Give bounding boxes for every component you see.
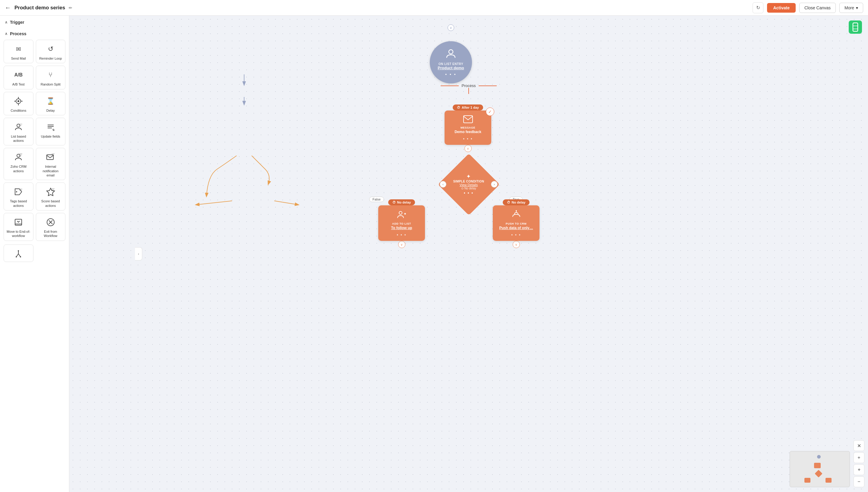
zoom-close-button[interactable]: ✕ bbox=[853, 440, 864, 451]
trigger-section-label: Trigger bbox=[10, 20, 24, 25]
edit-title-icon[interactable]: ✏ bbox=[69, 5, 72, 10]
svg-rect-15 bbox=[19, 156, 21, 156]
sidebar-item-random-split[interactable]: ⑂ Random Split bbox=[36, 66, 66, 89]
process-block: Process bbox=[439, 83, 499, 94]
zoom-reset-button[interactable]: ⌖ bbox=[853, 464, 864, 475]
condition-delay-label: ⊙ No delay bbox=[453, 187, 484, 190]
trigger-name-link[interactable]: Product demo bbox=[438, 66, 464, 70]
condition-block: ‹ › ✦ Simple Condition View Details ⊙ No… bbox=[439, 160, 499, 208]
false-node-dots: • • • bbox=[397, 232, 406, 237]
score-based-label: Score based actions bbox=[39, 199, 63, 208]
sidebar-item-ab-test[interactable]: A/B A/B Test bbox=[4, 66, 33, 89]
tags-based-icon bbox=[13, 187, 24, 197]
sidebar-item-exit-workflow[interactable]: Exit from Workflow bbox=[36, 213, 66, 241]
svg-point-42 bbox=[449, 50, 453, 54]
svg-rect-20 bbox=[19, 189, 22, 189]
condition-view-details-link[interactable]: View Details bbox=[453, 183, 484, 187]
svg-rect-22 bbox=[51, 189, 54, 189]
message-expand-button[interactable]: ∨ bbox=[465, 145, 472, 152]
false-list-icon bbox=[397, 210, 406, 221]
more-button[interactable]: More ▾ bbox=[839, 3, 863, 13]
condition-node[interactable]: ‹ › ✦ Simple Condition View Details ⊙ No… bbox=[439, 160, 499, 208]
svg-rect-8 bbox=[19, 125, 22, 126]
trigger-expand-button[interactable]: ∨ bbox=[448, 24, 454, 31]
trigger-node-circle[interactable]: ON LIST ENTRY Product demo • • • bbox=[430, 41, 472, 83]
trigger-node[interactable]: ON LIST ENTRY Product demo • • • ∨ bbox=[448, 25, 454, 31]
sidebar-item-reminder-loop[interactable]: ↺ Reminder Loop bbox=[36, 40, 66, 63]
fork-icon bbox=[13, 248, 24, 259]
svg-point-6 bbox=[17, 124, 20, 127]
sidebar-item-move-end[interactable]: Move to End-of-workflow bbox=[4, 213, 33, 241]
sidebar-item-score-based[interactable]: Score based actions bbox=[36, 182, 66, 211]
sidebar-trigger-header[interactable]: ∧ Trigger bbox=[0, 16, 69, 27]
svg-point-33 bbox=[16, 256, 17, 257]
condition-type-label: Simple Condition bbox=[453, 180, 484, 183]
sidebar-process-header[interactable]: ∧ Process bbox=[0, 27, 69, 39]
back-button[interactable]: ← bbox=[5, 4, 11, 11]
true-node-dots: • • • bbox=[511, 232, 521, 237]
tags-based-label: Tags based actions bbox=[6, 199, 31, 208]
zoom-controls: ✕ + ⌖ − bbox=[853, 440, 864, 487]
workflow-canvas[interactable]: ‹ bbox=[69, 16, 868, 492]
reminder-loop-label: Reminder Loop bbox=[39, 56, 62, 60]
false-delay-badge[interactable]: ⏱ No delay bbox=[388, 199, 415, 205]
svg-point-12 bbox=[17, 154, 20, 157]
sidebar-collapse-button[interactable]: ‹ bbox=[135, 247, 142, 261]
process-connector-line bbox=[468, 88, 469, 94]
true-delay-icon: ⏱ bbox=[507, 200, 510, 204]
sidebar-single-item-row bbox=[4, 245, 65, 262]
trigger-person-icon bbox=[445, 48, 456, 61]
message-check-badge: ✓ bbox=[486, 107, 494, 116]
svg-point-48 bbox=[516, 210, 517, 212]
false-expand-button[interactable]: ∨ bbox=[398, 241, 405, 248]
process-chevron-icon: ∧ bbox=[5, 32, 7, 36]
update-fields-label: Update fields bbox=[41, 134, 60, 139]
svg-point-1 bbox=[18, 100, 19, 102]
zoho-crm-label: Zoho CRM actions bbox=[6, 165, 31, 173]
delay-icon: ⌛ bbox=[45, 96, 56, 106]
sidebar-item-update-fields[interactable]: Update fields bbox=[36, 118, 66, 146]
svg-point-19 bbox=[16, 191, 17, 192]
true-expand-button[interactable]: ∨ bbox=[513, 241, 520, 248]
sidebar: ∧ Trigger ∧ Process ✉ Send Mail ↺ Remind… bbox=[0, 16, 69, 492]
message-node-card[interactable]: ✓ MESSAGE Demo feedback • • • bbox=[445, 110, 491, 145]
exit-workflow-icon bbox=[45, 217, 56, 228]
close-canvas-button[interactable]: Close Canvas bbox=[799, 3, 836, 13]
process-line-left bbox=[441, 85, 459, 86]
page-title: Product demo series bbox=[15, 5, 65, 11]
send-mail-label: Send Mail bbox=[11, 56, 26, 60]
condition-prev-button[interactable]: ‹ bbox=[440, 181, 446, 188]
message-delay-badge[interactable]: ⏱ After 1 day bbox=[453, 104, 483, 110]
internal-email-label: Internal notification email bbox=[39, 165, 63, 177]
more-label: More bbox=[844, 5, 854, 10]
list-based-label: List based actions bbox=[6, 134, 31, 143]
ab-test-label: A/B Test bbox=[13, 82, 25, 87]
condition-content: ✦ Simple Condition View Details ⊙ No del… bbox=[453, 173, 484, 195]
process-section-label: Process bbox=[10, 31, 26, 36]
true-node-card[interactable]: PUSH TO CRM Push data of only… • • • bbox=[493, 205, 539, 241]
update-fields-icon bbox=[45, 122, 56, 132]
svg-point-44 bbox=[399, 212, 402, 214]
zoom-in-button[interactable]: + bbox=[853, 452, 864, 463]
activate-button[interactable]: Activate bbox=[767, 3, 795, 13]
false-node-card[interactable]: ADD TO LIST To follow up • • • bbox=[378, 205, 425, 241]
true-node-type: PUSH TO CRM bbox=[506, 222, 526, 225]
condition-next-button[interactable]: › bbox=[491, 181, 498, 188]
sidebar-item-internal-email[interactable]: Internal notification email bbox=[36, 148, 66, 180]
true-node-name[interactable]: Push data of only… bbox=[499, 226, 533, 230]
sidebar-item-fork[interactable] bbox=[4, 245, 33, 262]
sidebar-item-zoho-crm[interactable]: Zoho CRM actions bbox=[4, 148, 33, 180]
false-delay-icon: ⏱ bbox=[392, 200, 396, 204]
sidebar-item-conditions[interactable]: Conditions bbox=[4, 92, 33, 115]
zoom-out-button[interactable]: − bbox=[853, 476, 864, 487]
delay-label: Delay bbox=[46, 108, 55, 113]
sidebar-item-tags-based[interactable]: Tags based actions bbox=[4, 182, 33, 211]
refresh-button[interactable]: ↻ bbox=[753, 2, 764, 13]
sidebar-item-send-mail[interactable]: ✉ Send Mail bbox=[4, 40, 33, 63]
sidebar-item-list-based[interactable]: List based actions bbox=[4, 118, 33, 146]
true-delay-badge[interactable]: ⏱ No delay bbox=[503, 199, 530, 205]
process-line-right bbox=[478, 85, 497, 86]
false-node-name[interactable]: To follow up bbox=[391, 226, 412, 230]
conditions-icon bbox=[13, 96, 24, 106]
sidebar-item-delay[interactable]: ⌛ Delay bbox=[36, 92, 66, 115]
